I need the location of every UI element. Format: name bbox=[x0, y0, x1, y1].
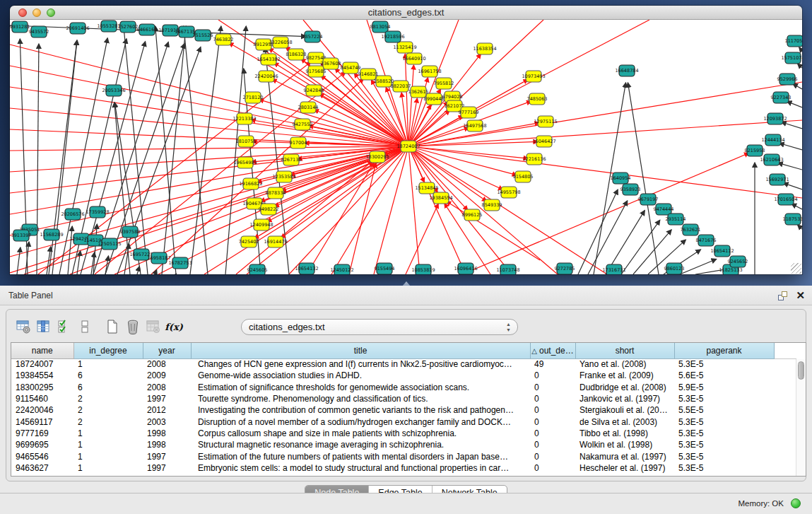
table-cell[interactable]: 2009 bbox=[143, 370, 191, 381]
table-cell[interactable]: 5.3E-5 bbox=[674, 358, 774, 370]
deselect-rows-icon[interactable] bbox=[76, 318, 93, 335]
table-cell[interactable]: 1 bbox=[73, 462, 143, 474]
table-cell[interactable]: Tourette syndrome. Phenomenology and cla… bbox=[191, 393, 530, 404]
graph-edge[interactable] bbox=[176, 274, 177, 274]
graph-edge[interactable] bbox=[408, 146, 558, 274]
table-cell[interactable]: 6 bbox=[73, 382, 143, 393]
table-cell[interactable]: 18300295 bbox=[11, 382, 73, 393]
column-header-in_degree[interactable]: in_degree bbox=[73, 343, 143, 358]
column-header-year[interactable]: year bbox=[143, 343, 191, 358]
table-cell[interactable]: 18724007 bbox=[11, 358, 73, 370]
table-cell[interactable]: Disruption of a novel member of a sodium… bbox=[191, 416, 530, 427]
graph-edge[interactable] bbox=[799, 47, 802, 51]
table-cell[interactable]: 2003 bbox=[143, 416, 191, 427]
table-cell[interactable]: 1997 bbox=[143, 450, 191, 462]
table-row[interactable]: 1872400712008Changes of HCN gene express… bbox=[11, 358, 796, 370]
import-table-icon[interactable] bbox=[145, 318, 162, 335]
column-header-title[interactable]: title bbox=[191, 343, 530, 358]
table-row[interactable]: 2242004622012Investigating the contribut… bbox=[11, 404, 796, 416]
table-row[interactable]: 969969511998Structural magnetic resonanc… bbox=[11, 439, 796, 450]
table-cell[interactable]: Estimation of significance thresholds fo… bbox=[191, 382, 530, 393]
column-header-pagerank[interactable]: pagerank bbox=[674, 343, 774, 358]
table-cell[interactable]: 5.3E-5 bbox=[674, 416, 774, 427]
table-cell[interactable]: 0 bbox=[530, 393, 575, 404]
graph-edge[interactable] bbox=[784, 183, 802, 189]
graph-edge[interactable] bbox=[779, 144, 802, 150]
table-cell[interactable]: 5.3E-5 bbox=[674, 428, 774, 439]
table-row[interactable]: 1938455462009Genome-wide association stu… bbox=[11, 370, 796, 381]
table-cell[interactable]: Genome-wide association studies in ADHD. bbox=[191, 370, 530, 381]
table-cell[interactable]: 0 bbox=[530, 450, 575, 462]
column-header-name[interactable]: name bbox=[11, 343, 73, 358]
graph-edge[interactable] bbox=[787, 101, 802, 107]
graph-edge[interactable] bbox=[137, 267, 139, 274]
table-settings-icon[interactable] bbox=[15, 318, 32, 335]
table-row[interactable]: 977716911998Corpus callosum shape and si… bbox=[11, 428, 796, 439]
table-cell[interactable]: 2012 bbox=[143, 404, 191, 416]
table-cell[interactable]: 2008 bbox=[143, 358, 191, 370]
graph-edge[interactable] bbox=[37, 44, 39, 274]
table-cell[interactable]: 5.6E-5 bbox=[674, 370, 774, 381]
graph-edge[interactable] bbox=[798, 64, 802, 68]
table-cell[interactable]: de Silva et al. (2003) bbox=[575, 416, 674, 427]
function-builder-icon[interactable]: f(x) bbox=[165, 318, 182, 335]
graph-edge[interactable] bbox=[408, 146, 528, 158]
table-cell[interactable]: Estimation of the future numbers of pati… bbox=[191, 450, 530, 462]
table-cell[interactable]: 5.3E-5 bbox=[674, 393, 774, 404]
table-cell[interactable]: Structural magnetic resonance image aver… bbox=[191, 439, 530, 450]
citation-graph[interactable]: 1872400789129551322605816543382224200462… bbox=[10, 20, 802, 274]
graph-edge[interactable] bbox=[158, 146, 408, 274]
close-panel-icon[interactable]: ✕ bbox=[796, 291, 805, 300]
table-cell[interactable]: 0 bbox=[530, 404, 575, 416]
network-window-titlebar[interactable]: citations_edges.txt bbox=[10, 6, 802, 20]
graph-edge[interactable] bbox=[406, 204, 438, 274]
graph-edge[interactable] bbox=[462, 153, 749, 274]
table-cell[interactable]: Jankovic et al. (1997) bbox=[575, 393, 674, 404]
table-cell[interactable]: 0 bbox=[530, 382, 575, 393]
table-cell[interactable]: Changes of HCN gene expression and I(f) … bbox=[191, 358, 530, 370]
column-visibility-icon[interactable] bbox=[35, 318, 52, 335]
table-cell[interactable]: 5.5E-5 bbox=[674, 404, 774, 416]
table-selector[interactable]: citations_edges.txt ▲▼ bbox=[241, 319, 518, 335]
graph-edge[interactable] bbox=[331, 146, 408, 274]
table-cell[interactable]: 1998 bbox=[143, 428, 191, 439]
new-table-icon[interactable] bbox=[104, 318, 121, 335]
graph-edge[interactable] bbox=[408, 146, 802, 198]
table-cell[interactable]: Hescheler et al. (1997) bbox=[575, 462, 674, 474]
column-header-short[interactable]: short bbox=[575, 343, 674, 358]
table-cell[interactable]: 6 bbox=[73, 370, 143, 381]
table-scrollbar-thumb[interactable] bbox=[798, 361, 804, 380]
table-cell[interactable]: Yano et al. (2008) bbox=[575, 358, 674, 370]
table-cell[interactable]: 2 bbox=[73, 416, 143, 427]
table-cell[interactable]: 1 bbox=[73, 450, 143, 462]
table-cell[interactable]: 0 bbox=[530, 416, 575, 427]
table-cell[interactable]: 2 bbox=[73, 393, 143, 404]
table-row[interactable]: 911546021997Tourette syndrome. Phenomeno… bbox=[11, 393, 796, 404]
table-cell[interactable]: Tibbo et al. (1998) bbox=[575, 428, 674, 439]
graph-edge[interactable] bbox=[792, 204, 802, 209]
float-panel-icon[interactable] bbox=[778, 291, 787, 300]
column-header-out_de[interactable]: △out_de… bbox=[530, 343, 575, 358]
table-cell[interactable]: 5.9E-5 bbox=[674, 382, 774, 393]
table-cell[interactable]: 9463627 bbox=[11, 462, 73, 474]
graph-edge[interactable] bbox=[778, 163, 802, 170]
table-cell[interactable]: 19384554 bbox=[11, 370, 73, 381]
memory-status-indicator[interactable] bbox=[791, 498, 801, 508]
table-cell[interactable]: 1 bbox=[73, 358, 143, 370]
table-cell[interactable]: 1998 bbox=[143, 439, 191, 450]
table-cell[interactable]: 5.3E-5 bbox=[674, 462, 774, 474]
table-cell[interactable]: Franke et al. (2009) bbox=[575, 370, 674, 381]
table-cell[interactable]: 5.3E-5 bbox=[674, 450, 774, 462]
graph-edge[interactable] bbox=[374, 146, 408, 274]
delete-table-icon[interactable] bbox=[124, 318, 141, 335]
table-cell[interactable]: 49 bbox=[530, 358, 575, 370]
select-all-rows-icon[interactable] bbox=[56, 318, 73, 335]
table-cell[interactable]: Nakamura et al. (1997) bbox=[575, 450, 674, 462]
graph-edge[interactable] bbox=[798, 225, 802, 229]
window-resize-grip[interactable] bbox=[791, 263, 801, 274]
table-cell[interactable]: 22420046 bbox=[11, 404, 73, 416]
network-canvas[interactable]: 1872400789129551322605816543382224200462… bbox=[10, 20, 802, 274]
table-scrollbar[interactable] bbox=[796, 359, 806, 476]
table-cell[interactable]: Corpus callosum shape and size in male p… bbox=[191, 428, 530, 439]
table-cell[interactable]: 1 bbox=[73, 428, 143, 439]
